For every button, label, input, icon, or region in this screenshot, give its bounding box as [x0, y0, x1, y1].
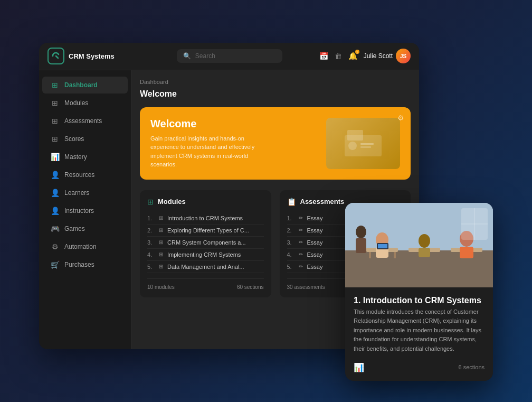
calendar-icon[interactable]: 📅	[319, 52, 328, 60]
module-icon: ⊞	[159, 227, 163, 233]
svg-point-19	[356, 226, 366, 238]
header-actions: 📅 🗑 🔔 1 Julie Scott JS	[319, 49, 411, 63]
app-title: CRM Systems	[69, 52, 115, 60]
card-description: This module introduces the concept of Cu…	[354, 307, 484, 354]
sidebar-label: Assessments	[64, 117, 102, 125]
settings-icon[interactable]: ⚙	[397, 114, 404, 122]
svg-rect-3	[360, 143, 374, 145]
item-number: 3.	[147, 239, 155, 246]
sidebar-item-scores[interactable]: ⊞ Scores	[42, 130, 128, 147]
module-name: Introduction to CRM Systems	[167, 215, 264, 221]
modules-panel-footer: 10 modules 60 sections	[147, 278, 264, 290]
modules-panel: ⊞ Modules 1. ⊞ Introduction to CRM Syste…	[140, 190, 271, 297]
module-name: Implementing CRM Systems	[167, 251, 264, 258]
module-name: Exploring Different Types of C...	[167, 227, 264, 233]
svg-rect-4	[360, 146, 371, 148]
sections-badge: 6 sections	[458, 364, 484, 370]
sidebar-label: Mastery	[64, 153, 87, 161]
svg-rect-16	[419, 248, 430, 257]
modules-panel-icon: ⊞	[147, 198, 154, 206]
search-area: 🔍 Search	[140, 49, 319, 63]
automation-icon: ⚙	[51, 242, 59, 251]
svg-rect-22	[378, 244, 387, 248]
module-item-5[interactable]: 5. ⊞ Data Management and Anal...	[147, 261, 264, 273]
sidebar: ⊞ Dashboard ⊞ Modules ⊞ Assessments ⊞ Sc…	[39, 70, 131, 349]
bell-icon[interactable]: 🔔 1	[348, 52, 357, 60]
card-title-text: 1. Introduction to CRM Systems	[354, 296, 481, 305]
module-icon: ⊞	[159, 239, 163, 245]
sidebar-item-purchases[interactable]: 🛒 Purchases	[42, 256, 128, 273]
pencil-icon: ✏	[299, 264, 303, 269]
trash-icon[interactable]: 🗑	[335, 52, 342, 60]
sidebar-item-automation[interactable]: ⚙ Automation	[42, 238, 128, 255]
sidebar-item-modules[interactable]: ⊞ Modules	[42, 95, 128, 111]
pencil-icon: ✏	[299, 215, 303, 221]
svg-point-15	[419, 234, 430, 248]
assessments-panel-icon: 📋	[287, 198, 296, 206]
instructors-icon: 👤	[51, 207, 59, 215]
sidebar-item-dashboard[interactable]: ⊞ Dashboard	[42, 77, 128, 94]
item-number: 5.	[147, 264, 155, 270]
header: CRM Systems 🔍 Search 📅 🗑 🔔 1 Julie Scott…	[39, 43, 419, 70]
svg-point-2	[348, 142, 357, 150]
item-number: 4.	[287, 251, 294, 258]
sidebar-label: Modules	[64, 99, 88, 107]
sidebar-label: Automation	[64, 243, 97, 250]
breadcrumb: Dashboard	[140, 79, 411, 85]
user-info: Julie Scott JS	[364, 49, 411, 63]
banner-text: Welcome Gain practical insights and hand…	[150, 118, 326, 169]
sidebar-item-assessments[interactable]: ⊞ Assessments	[42, 113, 128, 129]
sidebar-item-learners[interactable]: 👤 Learners	[42, 184, 128, 201]
module-icon: ⊞	[159, 251, 163, 257]
search-placeholder: Search	[195, 52, 215, 60]
svg-rect-18	[460, 247, 473, 258]
sidebar-label: Instructors	[64, 207, 94, 214]
sidebar-item-resources[interactable]: 👤 Resources	[42, 166, 128, 183]
item-number: 3.	[287, 239, 294, 246]
scores-icon: ⊞	[51, 135, 59, 143]
module-item-3[interactable]: 3. ⊞ CRM System Components a...	[147, 237, 264, 249]
module-item-4[interactable]: 4. ⊞ Implementing CRM Systems	[147, 249, 264, 261]
svg-rect-11	[369, 252, 371, 258]
games-icon: 🎮	[51, 225, 59, 233]
banner-description: Gain practical insights and hands-on exp…	[150, 134, 267, 169]
mastery-icon: 📊	[51, 153, 59, 161]
app-logo	[48, 48, 64, 64]
module-item-1[interactable]: 1. ⊞ Introduction to CRM Systems	[147, 212, 264, 225]
learners-icon: 👤	[51, 189, 59, 197]
svg-rect-12	[394, 252, 396, 258]
sidebar-label: Games	[64, 225, 85, 232]
search-box[interactable]: 🔍 Search	[177, 49, 282, 63]
user-name: Julie Scott	[364, 52, 393, 60]
modules-icon: ⊞	[51, 99, 59, 107]
classroom-background	[345, 203, 493, 287]
item-number: 4.	[147, 251, 155, 258]
sidebar-item-games[interactable]: 🎮 Games	[42, 220, 128, 237]
bar-chart-icon: 📊	[354, 362, 364, 372]
modules-panel-header: ⊞ Modules	[147, 198, 264, 206]
floating-detail-card: 1. Introduction to CRM Systems This modu…	[345, 203, 493, 381]
welcome-banner: Welcome Gain practical insights and hand…	[140, 107, 411, 180]
logo-area: CRM Systems	[48, 48, 140, 64]
purchases-icon: 🛒	[51, 260, 59, 269]
notification-badge: 1	[355, 50, 359, 54]
pencil-icon: ✏	[299, 239, 303, 245]
sidebar-item-mastery[interactable]: 📊 Mastery	[42, 148, 128, 165]
sidebar-label: Resources	[64, 171, 94, 179]
item-number: 2.	[147, 227, 155, 233]
module-item-2[interactable]: 2. ⊞ Exploring Different Types of C...	[147, 225, 264, 237]
sidebar-label: Dashboard	[64, 81, 98, 89]
pencil-icon: ✏	[299, 251, 303, 257]
dashboard-icon: ⊞	[51, 81, 59, 89]
module-name: Data Management and Anal...	[167, 264, 264, 270]
item-number: 1.	[287, 215, 294, 221]
modules-panel-title: Modules	[158, 198, 186, 205]
avatar: JS	[396, 49, 411, 63]
module-icon: ⊞	[159, 264, 163, 269]
page-title: Welcome	[140, 89, 411, 99]
item-number: 5.	[287, 264, 294, 270]
sidebar-item-instructors[interactable]: 👤 Instructors	[42, 202, 128, 219]
pencil-icon: ✏	[299, 227, 303, 233]
sidebar-label: Learners	[64, 189, 89, 197]
assessments-panel-title: Assessments	[300, 198, 345, 205]
